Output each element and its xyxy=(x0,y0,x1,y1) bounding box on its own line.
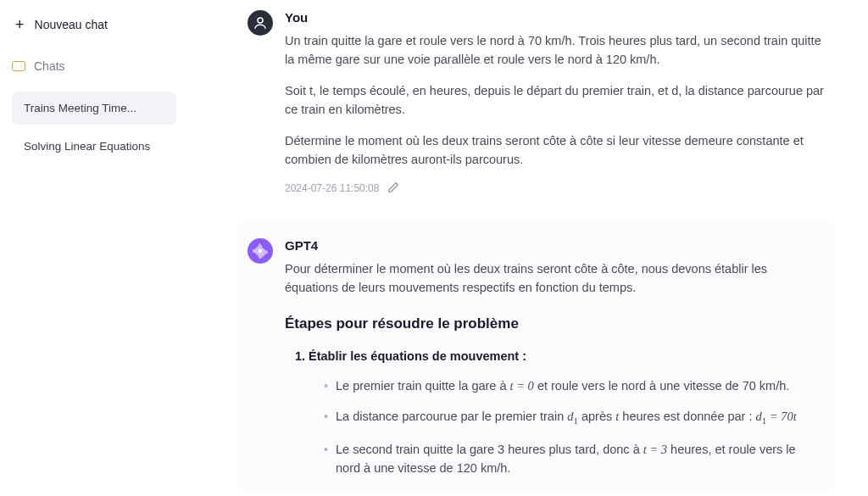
user-message-content: You Un train quitte la gare et roule ver… xyxy=(285,10,834,196)
step-title: Établir les équations de mouvement : xyxy=(309,349,526,363)
assistant-avatar xyxy=(248,238,273,264)
assistant-steps-list: Établir les équations de mouvement : Le … xyxy=(285,347,814,478)
user-avatar xyxy=(248,10,273,36)
bullet-item: Le second train quitte la gare 3 heures … xyxy=(324,440,814,478)
message-timestamp: 2024-07-26 11:50:08 xyxy=(285,182,379,194)
chat-list: Trains Meeting Time... Solving Linear Eq… xyxy=(0,92,188,163)
assistant-message-body: Pour déterminer le moment où les deux tr… xyxy=(285,259,814,478)
chats-label: Chats xyxy=(34,59,65,73)
main-content: You Un train quitte la gare et roule ver… xyxy=(188,0,868,496)
bullet-item: Le premier train quitte la gare à t = 0 … xyxy=(324,376,814,395)
bullet-item: La distance parcourue par le premier tra… xyxy=(324,407,814,428)
new-chat-label: Nouveau chat xyxy=(35,18,108,31)
chat-icon xyxy=(12,61,25,71)
user-message-body: Un train quitte la gare et roule vers le… xyxy=(285,31,834,170)
assistant-message-content: GPT4 Pour déterminer le moment où les de… xyxy=(285,238,814,490)
assistant-step-1: Établir les équations de mouvement : Le … xyxy=(309,347,814,478)
assistant-bullets: Le premier train quitte la gare à t = 0 … xyxy=(309,376,814,478)
user-paragraph: Détermine le moment où les deux trains s… xyxy=(285,131,834,170)
message-meta: 2024-07-26 11:50:08 xyxy=(285,181,834,196)
svg-point-0 xyxy=(258,18,263,23)
assistant-intro: Pour déterminer le moment où les deux tr… xyxy=(285,259,814,298)
chats-section-header[interactable]: Chats xyxy=(0,54,188,78)
plus-icon: + xyxy=(15,17,25,32)
user-paragraph: Soit t, le temps écoulé, en heures, depu… xyxy=(285,81,834,120)
user-message: You Un train quitte la gare et roule ver… xyxy=(248,10,834,196)
math-expr: t = 0 xyxy=(510,379,534,393)
assistant-message: GPT4 Pour déterminer le moment où les de… xyxy=(237,221,834,490)
sidebar: + Nouveau chat Chats Trains Meeting Time… xyxy=(0,0,188,496)
new-chat-button[interactable]: + Nouveau chat xyxy=(0,12,188,37)
assistant-section-heading: Étapes pour résoudre le problème xyxy=(285,313,814,335)
math-expr: t = 3 xyxy=(643,443,667,456)
math-expr: d1 = 70t xyxy=(756,410,797,423)
assistant-name: GPT4 xyxy=(285,238,814,253)
edit-icon[interactable] xyxy=(387,181,399,196)
chat-item-linear-equations[interactable]: Solving Linear Equations xyxy=(12,130,176,163)
user-paragraph: Un train quitte la gare et roule vers le… xyxy=(285,31,834,70)
math-expr: d1 xyxy=(567,410,578,423)
chat-item-trains[interactable]: Trains Meeting Time... xyxy=(12,92,176,125)
user-name: You xyxy=(285,10,834,25)
